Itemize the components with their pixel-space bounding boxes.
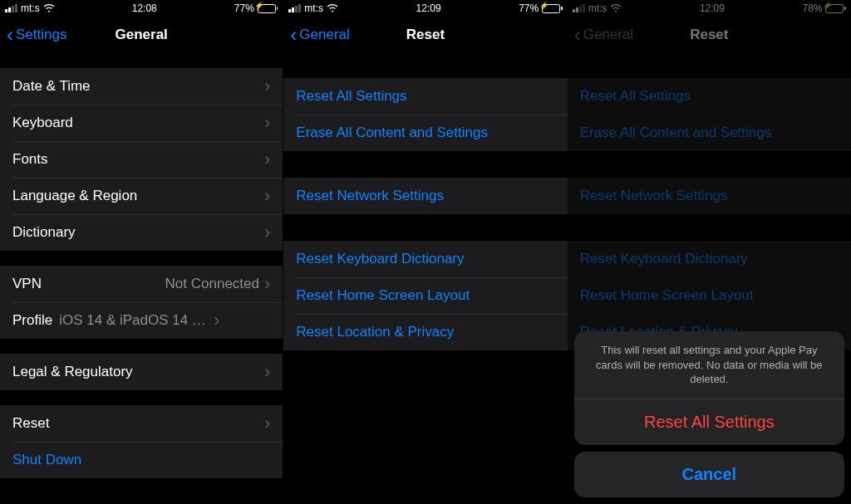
cell-label: Reset Network Settings: [580, 188, 839, 204]
chevron-left-icon: ‹: [290, 25, 297, 45]
status-bar: mt:s 12:08 77% ⚡: [0, 0, 283, 17]
chevron-right-icon: ›: [264, 114, 270, 132]
chevron-left-icon: ‹: [7, 25, 13, 45]
cell-label: VPN: [12, 276, 165, 292]
cell-label: Reset Keyboard Dictionary: [580, 251, 839, 267]
cell-label: Keyboard: [12, 115, 264, 131]
wifi-icon: [327, 4, 338, 12]
wifi-icon: [610, 4, 622, 12]
cell-language-region[interactable]: Language & Region›: [0, 178, 283, 214]
cell-label: Reset Network Settings: [296, 188, 554, 204]
group-reset-1: Reset All Settings Erase All Content and…: [283, 78, 567, 151]
chevron-right-icon: ›: [214, 311, 219, 330]
cell-label: Reset Home Screen Layout: [296, 287, 554, 304]
carrier-label: mt:s: [21, 2, 40, 14]
cell-fonts[interactable]: Fonts›: [0, 141, 283, 178]
group-reset-2: Reset Network Settings: [283, 178, 567, 214]
chevron-left-icon: ‹: [574, 25, 581, 45]
group-general-4: Reset› Shut Down: [0, 405, 283, 478]
cell-label: Shut Down: [12, 452, 270, 468]
action-sheet: This will reset all settings and your Ap…: [574, 331, 844, 497]
signal-icon: [288, 4, 301, 12]
cell-reset-all: Reset All Settings: [568, 78, 851, 115]
cell-date-time[interactable]: Date & Time›: [0, 68, 283, 105]
battery-pct: 77%: [519, 2, 539, 14]
cell-legal[interactable]: Legal & Regulatory›: [0, 354, 283, 390]
chevron-right-icon: ›: [264, 77, 270, 95]
clock: 12:09: [416, 2, 441, 14]
group-general-2: VPNNot Connected› ProfileiOS 14 & iPadOS…: [0, 266, 283, 339]
group-reset-1: Reset All Settings Erase All Content and…: [568, 78, 851, 151]
chevron-right-icon: ›: [264, 187, 270, 205]
cell-label: Dictionary: [12, 224, 264, 241]
cell-erase-all[interactable]: Erase All Content and Settings: [283, 115, 567, 151]
group-general-3: Legal & Regulatory›: [0, 354, 283, 390]
cell-label: Legal & Regulatory: [12, 364, 264, 380]
chevron-right-icon: ›: [264, 150, 270, 169]
cell-reset[interactable]: Reset›: [0, 405, 283, 442]
battery-icon: ⚡: [542, 4, 563, 13]
status-bar: mt:s 12:09 78% ⚡: [568, 0, 851, 17]
cell-profile[interactable]: ProfileiOS 14 & iPadOS 14 Beta Softwar..…: [0, 302, 283, 339]
cell-label: Profile: [12, 312, 52, 329]
clock: 12:08: [132, 2, 157, 14]
back-button[interactable]: ‹ General: [290, 25, 349, 45]
battery-pct: 77%: [234, 2, 254, 14]
cell-vpn[interactable]: VPNNot Connected›: [0, 266, 283, 302]
cell-label: Date & Time: [12, 78, 264, 95]
chevron-right-icon: ›: [264, 223, 270, 242]
cell-label: Reset All Settings: [580, 88, 839, 105]
group-general-1: Date & Time› Keyboard› Fonts› Language &…: [0, 68, 283, 251]
cell-reset-network[interactable]: Reset Network Settings: [283, 178, 567, 214]
cell-label: Reset All Settings: [296, 88, 554, 105]
carrier-label: mt:s: [588, 2, 608, 14]
cell-shutdown[interactable]: Shut Down: [0, 442, 283, 478]
cell-label: Erase All Content and Settings: [296, 125, 554, 141]
chevron-right-icon: ›: [264, 275, 270, 293]
signal-icon: [5, 4, 17, 12]
cell-label: Reset Location & Privacy: [296, 324, 554, 340]
back-label: General: [299, 27, 349, 43]
cell-erase-all: Erase All Content and Settings: [568, 115, 851, 151]
cell-label: Reset Home Screen Layout: [580, 287, 839, 304]
back-button[interactable]: ‹ Settings: [7, 25, 66, 45]
cell-label: Erase All Content and Settings: [580, 125, 839, 141]
nav-bar: ‹ General Reset: [283, 17, 567, 53]
cell-keyboard[interactable]: Keyboard›: [0, 105, 283, 141]
screen-general: mt:s 12:08 77% ⚡ ‹ Settings General Date…: [0, 0, 283, 504]
nav-bar: ‹ General Reset: [568, 17, 851, 53]
screen-reset: mt:s 12:09 77% ⚡ ‹ General Reset Reset A…: [283, 0, 567, 504]
battery-icon: ⚡: [258, 4, 278, 13]
action-sheet-card: This will reset all settings and your Ap…: [574, 331, 844, 445]
cell-dictionary[interactable]: Dictionary›: [0, 214, 283, 251]
back-label: General: [583, 27, 633, 43]
battery-pct: 78%: [802, 2, 822, 14]
clock: 12:09: [700, 2, 725, 14]
cancel-button[interactable]: Cancel: [574, 452, 844, 497]
cell-reset-keyboard-dict[interactable]: Reset Keyboard Dictionary: [283, 241, 567, 277]
nav-bar: ‹ Settings General: [0, 17, 283, 53]
cell-label: Reset Keyboard Dictionary: [296, 251, 554, 267]
battery-icon: ⚡: [825, 4, 846, 13]
back-label: Settings: [16, 27, 66, 43]
cell-reset-home-layout: Reset Home Screen Layout: [568, 277, 851, 314]
back-button[interactable]: ‹ General: [574, 25, 633, 45]
chevron-right-icon: ›: [264, 414, 270, 433]
reset-all-settings-button[interactable]: Reset All Settings: [574, 399, 844, 445]
cell-reset-home-layout[interactable]: Reset Home Screen Layout: [283, 277, 567, 314]
cell-label: Language & Region: [12, 188, 264, 204]
cell-reset-all[interactable]: Reset All Settings: [283, 78, 567, 115]
cell-reset-location-privacy[interactable]: Reset Location & Privacy: [283, 314, 567, 350]
cell-detail: iOS 14 & iPadOS 14 Beta Softwar...: [59, 312, 209, 329]
chevron-right-icon: ›: [264, 363, 270, 381]
group-reset-2: Reset Network Settings: [568, 178, 851, 214]
cell-reset-keyboard-dict: Reset Keyboard Dictionary: [568, 241, 851, 277]
signal-icon: [573, 4, 585, 12]
cell-reset-network: Reset Network Settings: [568, 178, 851, 214]
cell-detail: Not Connected: [165, 276, 259, 292]
status-bar: mt:s 12:09 77% ⚡: [283, 0, 567, 17]
action-sheet-message: This will reset all settings and your Ap…: [574, 331, 844, 399]
screen-reset-confirm: mt:s 12:09 78% ⚡ ‹ General Reset Reset A…: [568, 0, 851, 504]
carrier-label: mt:s: [304, 2, 323, 14]
cell-label: Fonts: [12, 151, 264, 168]
